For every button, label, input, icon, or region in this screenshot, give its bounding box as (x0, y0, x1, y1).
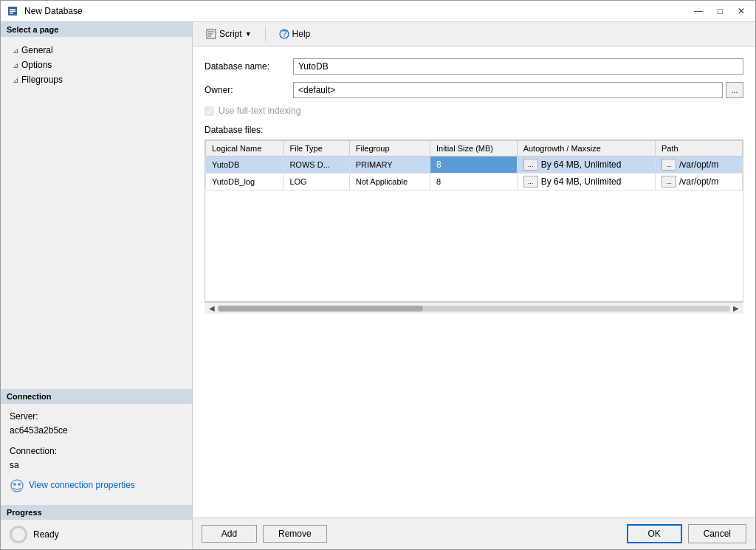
cell-file-type-1: ROWS D... (284, 157, 349, 173)
col-logical-name: Logical Name (206, 141, 284, 157)
scrollbar-thumb[interactable] (218, 306, 423, 312)
script-icon (206, 29, 216, 39)
view-connection-row: View connection properties (10, 478, 183, 493)
sidebar-item-options[interactable]: ⊿ Options (1, 58, 192, 72)
connection-value: sa (10, 460, 19, 470)
table-row[interactable]: YutoDB_log LOG Not Applicable 8 ... By 6… (206, 173, 743, 190)
main-content: Script ▼ ? Help Database name: Owne (193, 22, 755, 549)
window-title: New Database (24, 6, 684, 16)
sidebar: Select a page ⊿ General ⊿ Options ⊿ File… (1, 22, 193, 549)
database-name-input[interactable] (293, 58, 743, 75)
autogrowth-btn-2[interactable]: ... (523, 176, 538, 188)
nav-arrow-icon: ⊿ (13, 47, 18, 55)
col-autogrowth: Autogrowth / Maxsize (517, 141, 655, 157)
cell-logical-name-2: YutoDB_log (206, 173, 284, 190)
remove-button[interactable]: Remove (263, 525, 327, 543)
cell-autogrowth-2: ... By 64 MB, Unlimited (517, 173, 655, 190)
close-button[interactable]: ✕ (733, 6, 749, 16)
bottom-buttons: Add Remove OK Cancel (193, 518, 755, 549)
owner-row: Owner: ... (205, 82, 743, 98)
svg-rect-2 (10, 11, 16, 13)
progress-section: Progress Ready (1, 499, 192, 549)
scroll-right-arrow[interactable]: ▶ (730, 303, 742, 314)
server-label: Server: ac6453a2b5ce (10, 410, 183, 438)
connection-content: Server: ac6453a2b5ce Connection: sa (1, 404, 192, 499)
toolbar-separator (265, 27, 266, 41)
add-button[interactable]: Add (202, 525, 257, 543)
cell-filegroup-2: Not Applicable (349, 173, 430, 190)
col-initial-size: Initial Size (MB) (430, 141, 517, 157)
cell-logical-name-1: YutoDB (206, 157, 284, 173)
cancel-button[interactable]: Cancel (688, 524, 746, 543)
ok-cancel-buttons: OK Cancel (627, 524, 746, 543)
progress-status: Ready (33, 529, 59, 540)
connection-properties-icon (10, 478, 24, 493)
path-btn-2[interactable]: ... (662, 176, 676, 188)
cell-file-type-2: LOG (284, 173, 349, 190)
horizontal-scrollbar[interactable]: ◀ ▶ (205, 302, 743, 314)
add-remove-buttons: Add Remove (202, 525, 327, 543)
db-files-label: Database files: (205, 125, 743, 135)
main-window: New Database — □ ✕ Select a page ⊿ Gener… (0, 0, 756, 550)
cell-path-1: ... /var/opt/m (655, 157, 742, 173)
table-header-row: Logical Name File Type Filegroup Initial… (206, 141, 743, 157)
fulltext-checkbox[interactable] (205, 106, 214, 116)
script-dropdown-arrow: ▼ (245, 30, 252, 38)
svg-point-5 (13, 483, 16, 486)
sidebar-item-options-label: Options (21, 60, 52, 70)
path-btn-1[interactable]: ... (662, 159, 676, 171)
svg-rect-1 (10, 9, 16, 10)
connection-user: Connection: sa (10, 444, 183, 472)
nav-arrow-icon-options: ⊿ (13, 61, 18, 69)
script-label: Script (219, 29, 242, 39)
sidebar-nav: ⊿ General ⊿ Options ⊿ Filegroups (1, 37, 192, 219)
svg-rect-3 (10, 13, 13, 14)
body: Select a page ⊿ General ⊿ Options ⊿ File… (1, 22, 755, 549)
sidebar-item-filegroups[interactable]: ⊿ Filegroups (1, 72, 192, 87)
maximize-button[interactable]: □ (713, 6, 727, 16)
database-name-label: Database name: (205, 61, 293, 72)
svg-point-6 (18, 483, 21, 486)
db-files-table-container: Logical Name File Type Filegroup Initial… (205, 140, 743, 302)
cell-filegroup-1: PRIMARY (349, 157, 430, 173)
form-content: Database name: Owner: ... Use full-text … (193, 47, 755, 518)
help-button[interactable]: ? Help (275, 27, 315, 41)
window-icon (7, 5, 18, 17)
cell-autogrowth-1: ... By 64 MB, Unlimited (517, 157, 655, 173)
db-files-table: Logical Name File Type Filegroup Initial… (205, 140, 743, 190)
scrollbar-track[interactable] (218, 306, 730, 312)
owner-browse-button[interactable]: ... (726, 82, 743, 98)
sidebar-item-filegroups-label: Filegroups (21, 75, 63, 85)
toolbar: Script ▼ ? Help (193, 22, 755, 47)
col-file-type: File Type (284, 141, 349, 157)
progress-content: Ready (1, 520, 192, 549)
table-row[interactable]: YutoDB ROWS D... PRIMARY 8 ... By 64 MB, (206, 157, 743, 173)
cell-initial-size-2: 8 (430, 173, 517, 190)
svg-text:?: ? (281, 29, 286, 39)
view-connection-link[interactable]: View connection properties (29, 478, 135, 492)
script-button[interactable]: Script ▼ (202, 27, 256, 41)
scroll-left-arrow[interactable]: ◀ (206, 303, 218, 314)
sidebar-item-general[interactable]: ⊿ General (1, 43, 192, 58)
help-icon: ? (279, 29, 289, 39)
nav-arrow-icon-filegroups: ⊿ (13, 76, 18, 84)
fulltext-label: Use full-text indexing (219, 106, 300, 116)
progress-label: Progress (1, 505, 192, 520)
progress-spinner (10, 526, 27, 543)
connection-section: Connection Server: ac6453a2b5ce Connecti… (1, 389, 192, 499)
autogrowth-btn-1[interactable]: ... (523, 159, 538, 171)
cell-initial-size-1[interactable]: 8 (430, 157, 517, 173)
ok-button[interactable]: OK (627, 524, 682, 543)
col-path: Path (655, 141, 742, 157)
connection-label: Connection (1, 389, 192, 404)
owner-input[interactable] (293, 82, 723, 98)
minimize-button[interactable]: — (690, 6, 707, 16)
select-page-label: Select a page (1, 22, 192, 37)
title-bar: New Database — □ ✕ (1, 1, 755, 22)
col-filegroup: Filegroup (349, 141, 430, 157)
owner-label: Owner: (205, 85, 293, 95)
help-label: Help (292, 29, 311, 39)
fulltext-row: Use full-text indexing (205, 106, 743, 116)
server-value: ac6453a2b5ce (10, 425, 68, 436)
sidebar-item-general-label: General (21, 45, 53, 55)
